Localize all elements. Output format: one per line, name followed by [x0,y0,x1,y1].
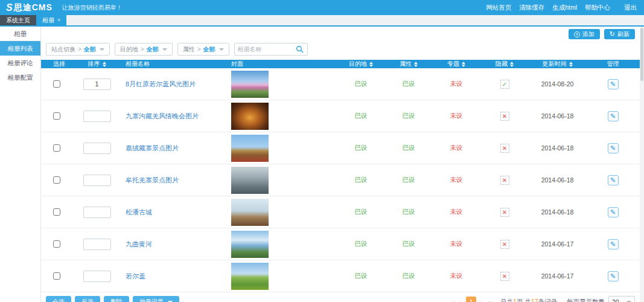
current-page-button[interactable]: 1 [466,297,476,302]
top-link-site-home[interactable]: 网站首页 [486,4,511,12]
sort-icon [462,62,465,67]
hidden-toggle-icon[interactable]: ✓ [500,80,509,89]
first-page-button[interactable]: « [450,298,455,302]
row-checkbox[interactable] [53,80,60,88]
col-header-updated[interactable]: 更新时间 [529,60,586,68]
row-checkbox[interactable] [53,240,60,248]
batch-settings-button[interactable]: 批量设置 [133,296,179,302]
album-cover-image[interactable] [231,231,269,258]
sort-input[interactable] [83,111,111,122]
prev-page-button[interactable]: ‹ [459,298,463,302]
destination-status: 已设 [337,112,385,120]
top-link-help-center[interactable]: 帮助中心 [585,4,610,12]
sidebar: 相册 相册列表 相册评论 相册配置 [0,27,41,302]
destination-status: 已设 [337,144,385,152]
album-cover-image[interactable] [231,135,269,162]
select-all-button[interactable]: 全选 [46,296,71,302]
topic-status: 未设 [432,80,480,88]
album-cover-image[interactable] [231,71,269,98]
updated-date: 2014-06-18 [529,112,586,120]
hidden-toggle-icon[interactable]: ✕ [500,144,509,153]
logo-text: 思途CMS [14,2,53,13]
site-switch-dropdown[interactable]: 站点切换 > 全部 [46,43,110,56]
top-link-clear-cache[interactable]: 清除缓存 [519,4,544,12]
album-cover-image[interactable] [231,103,269,130]
invert-select-button[interactable]: 反选 [75,296,100,302]
sort-input[interactable] [83,207,111,218]
edit-icon[interactable]: ✎ [608,271,619,281]
row-checkbox[interactable] [53,208,60,216]
album-cover-image[interactable] [231,167,269,194]
tagline: 让旅游营销轻而易举！ [62,4,123,12]
last-page-button[interactable]: » [487,298,492,302]
album-name-link[interactable]: 九曲黄河 [126,240,152,249]
refresh-icon: ↻ [610,31,615,37]
next-page-button[interactable]: › [480,298,483,302]
col-header-destination[interactable]: 目的地 [337,60,385,68]
scrollbar-thumb[interactable] [640,28,643,81]
search-box [234,43,308,56]
col-header-hidden[interactable]: 隐藏 [480,60,529,68]
edit-icon[interactable]: ✎ [608,207,619,217]
sidebar-item-album-comments[interactable]: 相册评论 [0,56,40,70]
row-checkbox[interactable] [53,112,60,120]
edit-icon[interactable]: ✎ [608,79,619,89]
album-name-link[interactable]: 8月红原若尔盖风光图片 [126,80,196,89]
table-row: 牟托羌寨景点图片 已设 已设 未设 ✕ 2014-06-18 ✎ [41,164,640,196]
edit-icon[interactable]: ✎ [608,239,619,249]
album-cover-image[interactable] [231,199,269,226]
sort-input[interactable] [83,175,111,186]
edit-icon[interactable]: ✎ [608,111,619,121]
search-button[interactable] [295,45,304,53]
attribute-dropdown[interactable]: 属性 > 全部 [177,43,229,56]
destination-status: 已设 [337,272,385,280]
album-name-link[interactable]: 牟托羌寨景点图片 [126,176,179,185]
chevron-down-icon [219,48,224,51]
add-button[interactable]: + 添加 [569,29,600,39]
album-name-link[interactable]: 九寨沟藏羌风情晚会图片 [126,112,199,121]
album-name-link[interactable]: 松潘古城 [126,208,152,217]
refresh-button[interactable]: ↻ 刷新 [604,29,635,39]
delete-button[interactable]: 删除 [104,296,129,302]
top-link-logout[interactable]: 退出 [624,4,637,12]
col-header-sort[interactable]: 排序 [71,60,123,68]
chevron-down-icon [100,48,104,51]
sort-input[interactable] [83,239,111,250]
hidden-toggle-icon[interactable]: ✕ [500,208,509,217]
destination-dropdown[interactable]: 目的地 > 全部 [115,43,173,56]
album-cover-image[interactable] [231,263,269,290]
top-links: 网站首页 清除缓存 生成html 帮助中心 退出 [486,4,637,12]
row-checkbox[interactable] [53,176,60,184]
pagination: « ‹ 1 › » 总共1页,共17条记录 每页显示数量 20 [450,296,635,302]
table-row: 若尔盖 已设 已设 未设 ✕ 2014-06-17 ✎ [41,260,640,292]
sidebar-item-album-list[interactable]: 相册列表 [0,41,40,56]
edit-icon[interactable]: ✎ [608,143,619,153]
row-checkbox[interactable] [53,144,60,152]
sidebar-item-album-settings[interactable]: 相册配置 [0,70,40,85]
topic-status: 未设 [432,208,480,216]
col-header-manage: 管理 [586,60,640,68]
vertical-scrollbar[interactable] [640,27,644,302]
album-name-link[interactable]: 若尔盖 [126,272,145,281]
tab-album[interactable]: 相册 × [36,15,66,25]
per-page-select[interactable]: 20 [608,296,635,302]
row-checkbox[interactable] [53,272,60,280]
tab-close-icon[interactable]: × [57,18,60,23]
table-row: 九曲黄河 已设 已设 未设 ✕ 2014-06-17 ✎ [41,228,640,260]
sort-input[interactable] [83,271,111,282]
col-header-cover: 封面 [231,60,337,68]
top-link-generate-html[interactable]: 生成html [552,4,577,12]
sort-input[interactable] [83,79,111,90]
edit-icon[interactable]: ✎ [608,175,619,185]
col-header-attribute[interactable]: 属性 [385,60,432,68]
sort-input[interactable] [83,143,111,154]
hidden-toggle-icon[interactable]: ✕ [500,112,509,121]
hidden-toggle-icon[interactable]: ✕ [500,272,509,281]
hidden-toggle-icon[interactable]: ✕ [500,240,509,249]
search-input[interactable] [238,46,295,53]
album-name-link[interactable]: 嘉绒藏寨景点图片 [126,144,179,153]
col-header-topic[interactable]: 专题 [432,60,480,68]
tab-system-home[interactable]: 系统主页 [0,15,36,25]
actions-row: + 添加 ↻ 刷新 [41,27,640,40]
hidden-toggle-icon[interactable]: ✕ [500,176,509,185]
